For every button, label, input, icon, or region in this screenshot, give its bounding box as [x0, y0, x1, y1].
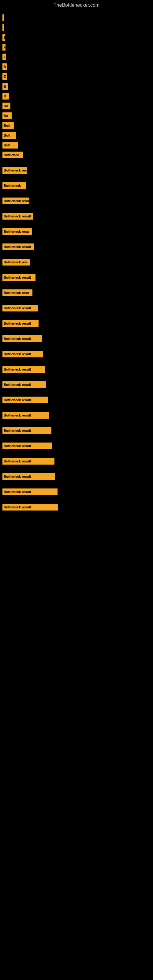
bar-gap [2, 513, 153, 518]
bar-gap [2, 176, 153, 181]
bar-19: Bottleneck result [2, 213, 33, 220]
bar-row: Bottleneck result [2, 334, 153, 343]
bar-gap [2, 222, 153, 227]
bar-row: Bott [2, 121, 153, 130]
bar-label-10: Bo [4, 104, 8, 108]
bar-label-24: Bottleneck resu [4, 291, 29, 294]
bar-label-32: Bottleneck result [4, 414, 31, 417]
bar-8: E [2, 83, 8, 90]
bar-row: Bottleneck result [2, 350, 153, 358]
bar-row: Bottleneck result [2, 319, 153, 328]
bars-container: EEEBEEBBoBoBottBottBottBottlenecBottlene… [0, 10, 153, 521]
bar-label-5: E [4, 55, 6, 59]
bar-23: Bottleneck result [2, 274, 35, 281]
bar-13: Bott [2, 132, 16, 139]
bar-gap [2, 207, 153, 212]
bar-row: Bottleneck result [2, 273, 153, 282]
bar-row: Bottleneck resu [2, 288, 153, 297]
bar-36: Bottleneck result [2, 473, 55, 480]
bar-label-33: Bottleneck result [4, 429, 31, 433]
bar-row: Bottleneck result [2, 304, 153, 312]
bar-gap [2, 482, 153, 488]
bar-18: Bottleneck resu [2, 197, 29, 204]
bar-gap [2, 191, 153, 197]
bar-label-34: Bottleneck result [4, 444, 31, 448]
bar-row: Bottleneck result [2, 503, 153, 511]
bar-row: B [2, 92, 153, 100]
bar-gap [2, 406, 153, 411]
bar-25: Bottleneck result [2, 305, 38, 312]
bar-29: Bottleneck result [2, 366, 45, 373]
bar-label-18: Bottleneck resu [4, 199, 29, 203]
bar-row: Bottleneck result [2, 442, 153, 450]
bar-row: Bottleneck result [2, 488, 153, 496]
bar-6: B [2, 64, 7, 70]
bar-gap [2, 237, 153, 243]
bar-label-36: Bottleneck result [4, 475, 31, 478]
bar-gap [2, 421, 153, 426]
bar-5: E [2, 54, 6, 60]
bar-row: E [2, 33, 153, 41]
bar-34: Bottleneck result [2, 442, 52, 449]
bar-row: Bottleneck result [2, 396, 153, 404]
bar-label-20: Bottleneck resu [4, 230, 29, 233]
bar-row: Bottleneck result [2, 380, 153, 389]
bar-gap [2, 360, 153, 365]
bar-row: Bo [2, 111, 153, 120]
bar-label-37: Bottleneck result [4, 490, 31, 494]
bar-row: Bottleneck result [2, 365, 153, 374]
bar-label-26: Bottleneck result [4, 321, 31, 325]
bar-35: Bottleneck result [2, 458, 54, 465]
bar-3: E [2, 34, 5, 41]
bar-row: Bo [2, 102, 153, 110]
bar-gap [2, 252, 153, 258]
bar-33: Bottleneck result [2, 427, 51, 434]
bar-gap [2, 329, 153, 334]
bar-gap [2, 452, 153, 457]
bar-label-4: E [4, 45, 5, 49]
bar-label-9: B [4, 94, 6, 98]
bar-row: E [2, 72, 153, 81]
bar-28: Bottleneck result [2, 351, 43, 357]
bar-gap [2, 313, 153, 319]
bar-label-25: Bottleneck result [4, 306, 31, 310]
bar-row [2, 23, 153, 32]
bar-gap [2, 436, 153, 442]
bar-1 [2, 14, 4, 21]
bar-10: Bo [2, 103, 10, 109]
bar-row: E [2, 82, 153, 91]
bar-row: Bottleneck resu [2, 197, 153, 205]
bar-gap [2, 467, 153, 472]
bar-9: B [2, 93, 9, 100]
bar-label-38: Bottleneck result [4, 505, 31, 509]
bar-14: Bott [2, 142, 18, 148]
bar-row: Bottlenec [2, 151, 153, 159]
bar-row: Bottleneck result [2, 243, 153, 251]
bar-row: Bottleneck [2, 181, 153, 190]
bar-row: Bottleneck result [2, 212, 153, 221]
bar-31: Bottleneck result [2, 396, 48, 403]
bar-label-17: Bottleneck [4, 184, 21, 188]
bar-row: Bott [2, 141, 153, 150]
bar-7: E [2, 73, 7, 80]
bar-37: Bottleneck result [2, 488, 57, 495]
bar-12: Bott [2, 122, 14, 129]
bar-16: Bottleneck res [2, 167, 27, 173]
bar-17: Bottleneck [2, 182, 26, 189]
bar-gap [2, 375, 153, 380]
site-title: TheBottlenecker.com [0, 0, 153, 10]
bar-label-29: Bottleneck result [4, 368, 31, 371]
bar-gap [2, 283, 153, 288]
bar-row: B [2, 62, 153, 71]
bar-label-8: E [4, 84, 6, 88]
bar-24: Bottleneck resu [2, 290, 32, 296]
bar-label-28: Bottleneck result [4, 352, 31, 356]
bar-label-12: Bott [4, 124, 10, 127]
bar-22: Bottleneck res [2, 259, 30, 266]
bar-label-30: Bottleneck result [4, 383, 31, 387]
bar-row [2, 13, 153, 22]
bar-15: Bottlenec [2, 151, 23, 158]
bar-row: Bottleneck result [2, 411, 153, 420]
bar-row: Bott [2, 131, 153, 140]
bar-label-21: Bottleneck result [4, 245, 31, 249]
